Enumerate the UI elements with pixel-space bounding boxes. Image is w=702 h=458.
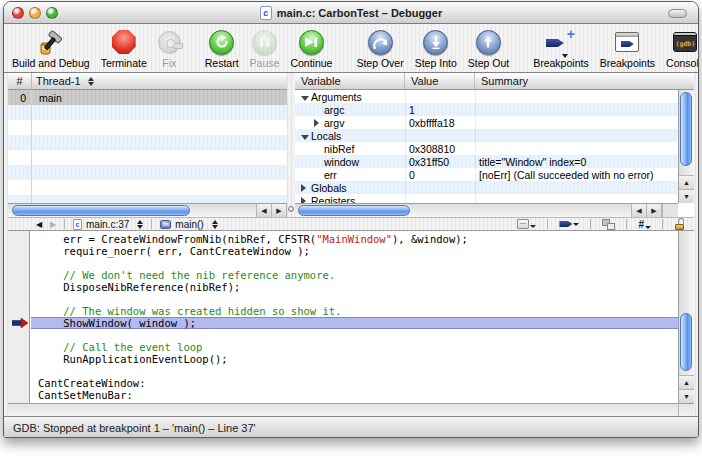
step-over-icon bbox=[368, 28, 393, 56]
code-line[interactable]: // We don't need the nib reference anymo… bbox=[31, 269, 678, 281]
scroll-left-arrow[interactable]: ◀ bbox=[632, 204, 647, 217]
disclosure-open-icon[interactable] bbox=[301, 91, 311, 103]
code-line[interactable] bbox=[31, 365, 678, 377]
breakpoints-window-button[interactable]: Breakpoints bbox=[600, 28, 655, 69]
disclosure-closed-icon[interactable] bbox=[314, 117, 324, 129]
disclosure-open-icon[interactable] bbox=[301, 130, 311, 142]
threads-hscrollbar[interactable]: ◀ ▶ bbox=[8, 203, 287, 217]
code-line[interactable]: CantSetMenuBar: bbox=[31, 389, 678, 401]
popup-arrows-icon bbox=[212, 220, 218, 229]
file-popup[interactable]: c main.c:37 bbox=[69, 219, 147, 230]
code-line[interactable]: // The window was created hidden so show… bbox=[31, 305, 678, 317]
title-bar[interactable]: c main.c: CarbonTest – Debugger bbox=[4, 2, 698, 24]
code-line[interactable]: require_noerr( err, CantCreateWindow ); bbox=[31, 245, 678, 257]
editor-vscroll-track[interactable] bbox=[679, 231, 694, 375]
build-and-debug-button[interactable]: Build and Debug bbox=[12, 28, 90, 69]
counterpart-button[interactable] bbox=[602, 219, 615, 230]
function-popup[interactable]: fn main() bbox=[156, 219, 221, 230]
step-into-button[interactable]: Step Into bbox=[415, 28, 457, 69]
empty-row bbox=[8, 105, 287, 120]
variable-row[interactable]: Arguments bbox=[295, 90, 678, 103]
add-breakpoint-icon: + bbox=[546, 28, 576, 56]
code-line[interactable] bbox=[31, 329, 678, 341]
history-forward-button[interactable]: ▶ bbox=[46, 220, 60, 229]
variable-column-header[interactable]: Variable bbox=[295, 73, 405, 89]
step-out-icon bbox=[476, 28, 501, 56]
variable-row[interactable]: Locals bbox=[295, 129, 678, 142]
toolbar-item-label: Fix bbox=[162, 57, 176, 69]
toolbar-item-label: Step Into bbox=[415, 57, 457, 69]
editor-gutter[interactable] bbox=[8, 231, 30, 403]
editor-vscroll-thumb[interactable] bbox=[680, 313, 692, 371]
history-back-button[interactable]: ◀ bbox=[32, 220, 46, 229]
variable-row[interactable]: window0x31ff50title="Window" index=0 bbox=[295, 155, 678, 168]
variables-vscroll-thumb[interactable] bbox=[680, 92, 692, 166]
add-breakpoint-button[interactable]: +Breakpoints bbox=[533, 28, 588, 69]
console-button[interactable]: (gdb)Console bbox=[666, 28, 699, 69]
code-line[interactable] bbox=[31, 293, 678, 305]
disclosure-closed-icon[interactable] bbox=[301, 195, 311, 204]
variable-row[interactable]: Globals bbox=[295, 181, 678, 194]
variables-hscrollbar[interactable]: ◀ ▶ bbox=[295, 203, 678, 217]
editor-hscrollbar[interactable] bbox=[8, 403, 694, 416]
scroll-right-arrow[interactable]: ▶ bbox=[272, 204, 287, 217]
scroll-up-arrow[interactable]: ▲ bbox=[679, 175, 694, 189]
scroll-up-arrow[interactable]: ▲ bbox=[679, 375, 694, 389]
editor-vscrollbar[interactable]: ▲ ▼ bbox=[678, 231, 694, 403]
scroll-right-arrow[interactable]: ▶ bbox=[647, 204, 662, 217]
scroll-down-arrow[interactable]: ▼ bbox=[679, 389, 694, 403]
summary-column-header[interactable]: Summary bbox=[475, 73, 694, 89]
variable-value: 0 bbox=[405, 168, 475, 181]
divider bbox=[626, 219, 627, 229]
terminate-button[interactable]: Terminate bbox=[101, 28, 147, 69]
source-editor[interactable]: err = CreateWindowFromNib(nibRef, CFSTR(… bbox=[8, 231, 694, 403]
bookmarks-menu-button[interactable] bbox=[517, 219, 536, 229]
variable-value: 0xbffffa18 bbox=[405, 116, 475, 129]
variable-row[interactable]: argv0xbffffa18 bbox=[295, 116, 678, 129]
breakpoints-menu-button[interactable] bbox=[559, 221, 579, 227]
variables-hscroll-track[interactable] bbox=[295, 204, 632, 217]
restart-button[interactable]: Restart bbox=[205, 28, 239, 69]
splitter-dot[interactable] bbox=[288, 206, 294, 212]
toolbar-toggle-button[interactable] bbox=[668, 9, 687, 18]
step-over-button[interactable]: Step Over bbox=[356, 28, 403, 69]
thread-number-header-label: # bbox=[16, 75, 22, 87]
code-line[interactable]: CantCreateWindow: bbox=[31, 377, 678, 389]
variable-summary bbox=[475, 90, 678, 103]
variable-row[interactable]: argc1 bbox=[295, 103, 678, 116]
lock-button[interactable] bbox=[674, 218, 686, 230]
code-line[interactable]: DisposeNibReference(nibRef); bbox=[31, 281, 678, 293]
variables-vscrollbar[interactable]: ▲ ▼ bbox=[678, 90, 694, 203]
disclosure-closed-icon[interactable] bbox=[301, 182, 311, 194]
scroll-down-arrow[interactable]: ▼ bbox=[679, 189, 694, 203]
fix-button: Fix bbox=[158, 28, 181, 69]
code-line[interactable]: // Call the event loop bbox=[31, 341, 678, 353]
variables-hscroll-thumb[interactable] bbox=[298, 205, 410, 216]
step-out-button[interactable]: Step Out bbox=[468, 28, 509, 69]
variable-row[interactable]: err0[noErr] (Call succeeded with no erro… bbox=[295, 168, 678, 181]
thread-column-header[interactable]: Thread-1 bbox=[32, 73, 287, 89]
variable-name: Globals bbox=[311, 182, 347, 194]
scroll-left-arrow[interactable]: ◀ bbox=[257, 204, 272, 217]
scrollbar-corner bbox=[662, 204, 678, 217]
code-line[interactable]: RunApplicationEventLoop(); bbox=[31, 353, 678, 365]
threads-hscroll-thumb[interactable] bbox=[12, 205, 190, 216]
status-bar: GDB: Stopped at breakpoint 1 – 'main() –… bbox=[4, 416, 698, 438]
code-line[interactable]: err = CreateWindowFromNib(nibRef, CFSTR(… bbox=[31, 233, 678, 245]
code-line[interactable] bbox=[31, 257, 678, 269]
scrollbar-corner bbox=[678, 404, 694, 416]
code-area[interactable]: err = CreateWindowFromNib(nibRef, CFSTR(… bbox=[31, 231, 678, 403]
threads-pane: # Thread-1 0 main ◀ ▶ bbox=[8, 73, 287, 217]
line-number-menu-button[interactable]: # bbox=[638, 219, 651, 230]
current-line[interactable]: ShowWindow( window ); bbox=[31, 317, 678, 329]
thread-number-column-header[interactable]: # bbox=[8, 73, 32, 89]
continue-button[interactable]: Continue bbox=[290, 28, 332, 69]
threads-hscroll-track[interactable] bbox=[8, 204, 257, 217]
breakpoints-window-icon bbox=[615, 28, 639, 56]
variable-row[interactable]: nibRef0x308810 bbox=[295, 142, 678, 155]
thread-row[interactable]: 0 main bbox=[8, 90, 287, 105]
pane-splitter[interactable] bbox=[287, 73, 295, 217]
value-column-header[interactable]: Value bbox=[405, 73, 475, 89]
variables-vscroll-track[interactable] bbox=[679, 90, 694, 175]
variable-row[interactable]: Registers bbox=[295, 194, 678, 203]
